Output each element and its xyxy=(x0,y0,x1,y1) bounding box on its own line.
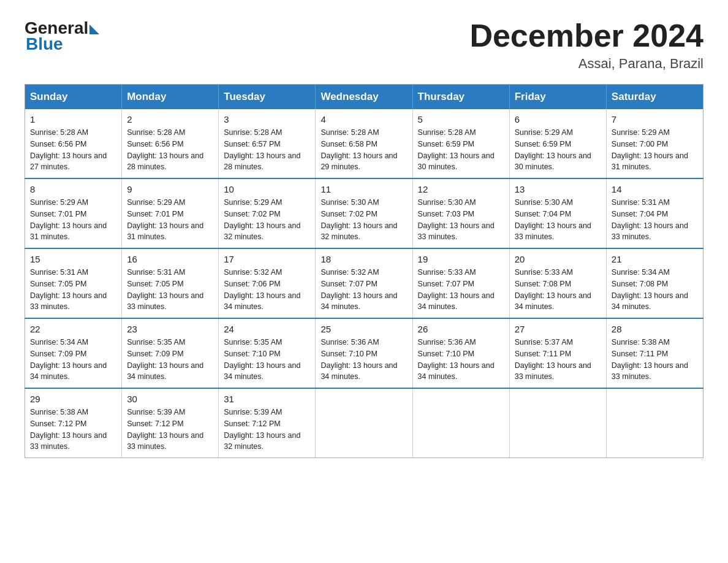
day-info: Sunrise: 5:35 AMSunset: 7:09 PMDaylight:… xyxy=(127,337,213,383)
header-friday: Friday xyxy=(509,85,606,110)
day-number: 9 xyxy=(127,184,213,194)
day-info: Sunrise: 5:32 AMSunset: 7:06 PMDaylight:… xyxy=(224,267,310,313)
calendar-cell: 20Sunrise: 5:33 AMSunset: 7:08 PMDayligh… xyxy=(509,248,606,318)
calendar-cell: 24Sunrise: 5:35 AMSunset: 7:10 PMDayligh… xyxy=(219,318,316,388)
calendar-cell: 19Sunrise: 5:33 AMSunset: 7:07 PMDayligh… xyxy=(412,248,509,318)
calendar-cell: 26Sunrise: 5:36 AMSunset: 7:10 PMDayligh… xyxy=(412,318,509,388)
day-number: 15 xyxy=(30,254,116,264)
day-number: 20 xyxy=(515,254,601,264)
day-info: Sunrise: 5:30 AMSunset: 7:04 PMDaylight:… xyxy=(515,197,601,243)
day-info: Sunrise: 5:33 AMSunset: 7:07 PMDaylight:… xyxy=(418,267,504,313)
calendar-cell: 22Sunrise: 5:34 AMSunset: 7:09 PMDayligh… xyxy=(25,318,122,388)
day-number: 2 xyxy=(127,114,213,124)
day-info: Sunrise: 5:32 AMSunset: 7:07 PMDaylight:… xyxy=(320,267,407,313)
calendar-cell: 14Sunrise: 5:31 AMSunset: 7:04 PMDayligh… xyxy=(606,178,703,248)
calendar-cell xyxy=(412,388,509,458)
day-number: 29 xyxy=(30,394,116,404)
day-number: 21 xyxy=(612,254,698,264)
calendar-cell: 10Sunrise: 5:29 AMSunset: 7:02 PMDayligh… xyxy=(219,178,316,248)
calendar-cell xyxy=(509,388,606,458)
calendar-cell: 8Sunrise: 5:29 AMSunset: 7:01 PMDaylight… xyxy=(25,178,122,248)
day-info: Sunrise: 5:30 AMSunset: 7:02 PMDaylight:… xyxy=(320,197,407,243)
calendar-cell: 27Sunrise: 5:37 AMSunset: 7:11 PMDayligh… xyxy=(509,318,606,388)
calendar-table: SundayMondayTuesdayWednesdayThursdayFrid… xyxy=(25,84,703,458)
day-info: Sunrise: 5:29 AMSunset: 7:01 PMDaylight:… xyxy=(30,197,116,243)
calendar-cell: 28Sunrise: 5:38 AMSunset: 7:11 PMDayligh… xyxy=(606,318,703,388)
day-number: 5 xyxy=(418,114,504,124)
calendar-cell: 15Sunrise: 5:31 AMSunset: 7:05 PMDayligh… xyxy=(25,248,122,318)
calendar-cell: 1Sunrise: 5:28 AMSunset: 6:56 PMDaylight… xyxy=(25,109,122,178)
calendar-cell: 21Sunrise: 5:34 AMSunset: 7:08 PMDayligh… xyxy=(606,248,703,318)
header-sunday: Sunday xyxy=(25,85,122,110)
calendar-cell: 7Sunrise: 5:29 AMSunset: 7:00 PMDaylight… xyxy=(606,109,703,178)
day-info: Sunrise: 5:39 AMSunset: 7:12 PMDaylight:… xyxy=(127,407,213,453)
day-info: Sunrise: 5:28 AMSunset: 6:56 PMDaylight:… xyxy=(30,127,116,173)
day-number: 6 xyxy=(515,114,601,124)
day-number: 30 xyxy=(127,394,213,404)
location-title: Assai, Parana, Brazil xyxy=(469,56,703,72)
day-info: Sunrise: 5:34 AMSunset: 7:08 PMDaylight:… xyxy=(612,267,698,313)
day-number: 31 xyxy=(224,394,310,404)
day-number: 26 xyxy=(418,324,504,334)
day-info: Sunrise: 5:38 AMSunset: 7:12 PMDaylight:… xyxy=(30,407,116,453)
day-number: 4 xyxy=(320,114,407,124)
calendar-cell: 11Sunrise: 5:30 AMSunset: 7:02 PMDayligh… xyxy=(316,178,412,248)
title-container: December 2024 Assai, Parana, Brazil xyxy=(469,18,703,72)
day-number: 3 xyxy=(224,114,310,124)
calendar-cell: 5Sunrise: 5:28 AMSunset: 6:59 PMDaylight… xyxy=(412,109,509,178)
day-number: 14 xyxy=(612,184,698,194)
logo-blue-text: Blue xyxy=(26,34,99,54)
header-thursday: Thursday xyxy=(412,85,509,110)
day-number: 17 xyxy=(224,254,310,264)
calendar-cell: 13Sunrise: 5:30 AMSunset: 7:04 PMDayligh… xyxy=(509,178,606,248)
day-info: Sunrise: 5:38 AMSunset: 7:11 PMDaylight:… xyxy=(612,337,698,383)
logo: General Blue xyxy=(25,18,99,54)
day-info: Sunrise: 5:28 AMSunset: 6:57 PMDaylight:… xyxy=(224,127,310,173)
calendar-cell: 3Sunrise: 5:28 AMSunset: 6:57 PMDaylight… xyxy=(219,109,316,178)
day-info: Sunrise: 5:29 AMSunset: 6:59 PMDaylight:… xyxy=(515,127,601,173)
day-number: 28 xyxy=(612,324,698,334)
day-number: 27 xyxy=(515,324,601,334)
page-header: General Blue December 2024 Assai, Parana… xyxy=(25,18,703,72)
day-info: Sunrise: 5:30 AMSunset: 7:03 PMDaylight:… xyxy=(418,197,504,243)
day-number: 22 xyxy=(30,324,116,334)
calendar-cell: 30Sunrise: 5:39 AMSunset: 7:12 PMDayligh… xyxy=(122,388,219,458)
day-info: Sunrise: 5:36 AMSunset: 7:10 PMDaylight:… xyxy=(418,337,504,383)
calendar-cell: 4Sunrise: 5:28 AMSunset: 6:58 PMDaylight… xyxy=(316,109,412,178)
calendar-cell: 18Sunrise: 5:32 AMSunset: 7:07 PMDayligh… xyxy=(316,248,412,318)
calendar-cell: 17Sunrise: 5:32 AMSunset: 7:06 PMDayligh… xyxy=(219,248,316,318)
day-number: 16 xyxy=(127,254,213,264)
logo-arrow-icon xyxy=(89,25,99,34)
header-tuesday: Tuesday xyxy=(219,85,316,110)
calendar-cell: 29Sunrise: 5:38 AMSunset: 7:12 PMDayligh… xyxy=(25,388,122,458)
calendar-cell: 2Sunrise: 5:28 AMSunset: 6:56 PMDaylight… xyxy=(122,109,219,178)
calendar-cell xyxy=(316,388,412,458)
week-row-4: 22Sunrise: 5:34 AMSunset: 7:09 PMDayligh… xyxy=(25,318,703,388)
day-number: 13 xyxy=(515,184,601,194)
month-title: December 2024 xyxy=(469,18,703,53)
day-number: 25 xyxy=(320,324,407,334)
calendar-cell: 6Sunrise: 5:29 AMSunset: 6:59 PMDaylight… xyxy=(509,109,606,178)
day-info: Sunrise: 5:36 AMSunset: 7:10 PMDaylight:… xyxy=(320,337,407,383)
header-wednesday: Wednesday xyxy=(316,85,412,110)
day-info: Sunrise: 5:28 AMSunset: 6:56 PMDaylight:… xyxy=(127,127,213,173)
week-row-1: 1Sunrise: 5:28 AMSunset: 6:56 PMDaylight… xyxy=(25,109,703,178)
day-info: Sunrise: 5:28 AMSunset: 6:59 PMDaylight:… xyxy=(418,127,504,173)
header-monday: Monday xyxy=(122,85,219,110)
calendar-cell: 23Sunrise: 5:35 AMSunset: 7:09 PMDayligh… xyxy=(122,318,219,388)
week-row-5: 29Sunrise: 5:38 AMSunset: 7:12 PMDayligh… xyxy=(25,388,703,458)
day-info: Sunrise: 5:33 AMSunset: 7:08 PMDaylight:… xyxy=(515,267,601,313)
calendar-cell: 12Sunrise: 5:30 AMSunset: 7:03 PMDayligh… xyxy=(412,178,509,248)
day-number: 24 xyxy=(224,324,310,334)
day-number: 7 xyxy=(612,114,698,124)
week-row-2: 8Sunrise: 5:29 AMSunset: 7:01 PMDaylight… xyxy=(25,178,703,248)
calendar-cell xyxy=(606,388,703,458)
day-number: 1 xyxy=(30,114,116,124)
day-info: Sunrise: 5:29 AMSunset: 7:00 PMDaylight:… xyxy=(612,127,698,173)
header-saturday: Saturday xyxy=(606,85,703,110)
calendar-cell: 16Sunrise: 5:31 AMSunset: 7:05 PMDayligh… xyxy=(122,248,219,318)
day-number: 8 xyxy=(30,184,116,194)
week-row-3: 15Sunrise: 5:31 AMSunset: 7:05 PMDayligh… xyxy=(25,248,703,318)
day-info: Sunrise: 5:31 AMSunset: 7:04 PMDaylight:… xyxy=(612,197,698,243)
day-info: Sunrise: 5:29 AMSunset: 7:02 PMDaylight:… xyxy=(224,197,310,243)
